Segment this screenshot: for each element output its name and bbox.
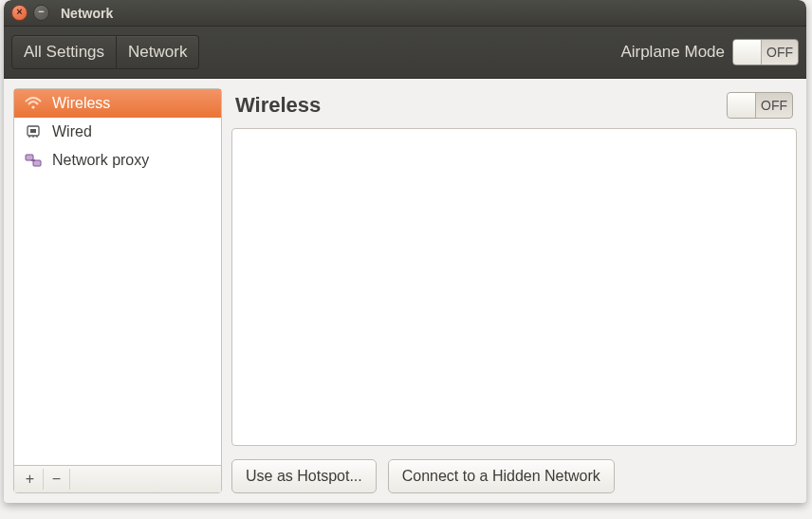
- ethernet-icon: [24, 124, 43, 139]
- networks-list[interactable]: [231, 128, 797, 446]
- sidebar-list: Wireless Wired: [14, 89, 221, 465]
- sidebar-footer: + −: [14, 465, 221, 492]
- breadcrumb: All Settings Network: [11, 35, 199, 69]
- use-as-hotspot-button[interactable]: Use as Hotspot...: [231, 459, 377, 493]
- wireless-toggle-state: OFF: [756, 98, 792, 113]
- airplane-mode-state: OFF: [762, 45, 798, 60]
- page-title: Wireless: [235, 93, 321, 118]
- close-button[interactable]: [11, 5, 28, 21]
- add-button[interactable]: +: [17, 469, 44, 490]
- remove-button[interactable]: −: [44, 469, 70, 490]
- wifi-icon: [24, 96, 43, 111]
- svg-point-0: [31, 105, 34, 108]
- window: Network All Settings Network Airplane Mo…: [4, 0, 806, 503]
- breadcrumb-all-settings[interactable]: All Settings: [11, 35, 117, 69]
- main-panel: Wireless OFF Use as Hotspot... Connect t…: [231, 88, 797, 493]
- sidebar-item-label: Wired: [52, 123, 92, 140]
- breadcrumb-network[interactable]: Network: [117, 35, 199, 69]
- sidebar-item-network-proxy[interactable]: Network proxy: [14, 146, 221, 175]
- main-header: Wireless OFF: [231, 88, 797, 128]
- proxy-icon: [24, 153, 43, 168]
- svg-rect-3: [26, 155, 33, 160]
- airplane-mode-label: Airplane Mode: [620, 43, 725, 62]
- window-controls: [11, 5, 49, 21]
- connect-hidden-network-button[interactable]: Connect to a Hidden Network: [388, 459, 615, 493]
- sidebar-item-label: Wireless: [52, 95, 110, 112]
- wireless-toggle[interactable]: OFF: [727, 92, 793, 119]
- switch-knob: [728, 93, 756, 118]
- titlebar: Network: [4, 0, 806, 27]
- switch-knob: [733, 40, 762, 65]
- sidebar-item-label: Network proxy: [52, 152, 149, 169]
- sidebar: Wireless Wired: [13, 88, 222, 493]
- svg-rect-4: [33, 160, 41, 166]
- main-footer: Use as Hotspot... Connect to a Hidden Ne…: [231, 459, 797, 493]
- sidebar-item-wireless[interactable]: Wireless: [14, 89, 221, 118]
- minimize-button[interactable]: [33, 5, 49, 21]
- sidebar-item-wired[interactable]: Wired: [14, 118, 221, 146]
- toolbar: All Settings Network Airplane Mode OFF: [4, 27, 806, 79]
- svg-rect-2: [30, 129, 36, 133]
- airplane-mode-switch[interactable]: OFF: [732, 39, 799, 65]
- window-title: Network: [61, 6, 113, 21]
- content-area: Wireless Wired: [4, 79, 806, 503]
